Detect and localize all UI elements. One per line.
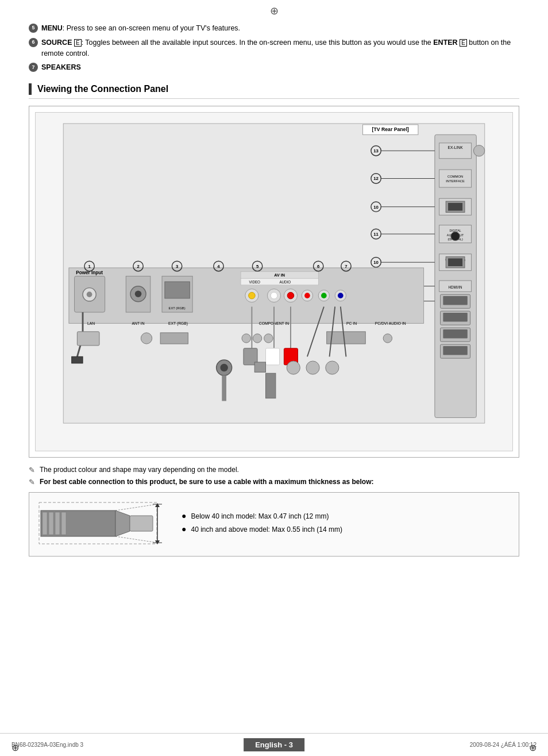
diagram-svg: [TV Rear Panel] EX-LINK COMMON INTERFACE… (36, 113, 512, 451)
section-title: Viewing the Connection Panel (37, 84, 168, 94)
svg-text:HDMI/IN: HDMI/IN (449, 285, 462, 289)
cable-thickness-box: ● Below 40 inch model: Max 0.47 inch (12… (29, 492, 519, 557)
page: ⊕ 5 MENU: Press to see an on-screen menu… (0, 0, 548, 756)
note-text-1: The product colour and shape may vary de… (40, 466, 239, 474)
intro-item-5: 5 MENU: Press to see an on-screen menu o… (29, 23, 519, 34)
svg-rect-64 (72, 356, 83, 363)
svg-rect-76 (165, 282, 190, 298)
cable-spec-text-2: 40 inch and above model: Max 0.55 inch (… (191, 524, 342, 535)
svg-point-100 (321, 293, 327, 298)
svg-point-6 (473, 145, 484, 156)
svg-text:2: 2 (137, 264, 139, 269)
note-1: ✎ The product colour and shape may vary … (29, 466, 519, 474)
svg-rect-138 (55, 512, 60, 535)
section-bar (29, 83, 32, 95)
svg-rect-22 (448, 258, 462, 266)
notes-section: ✎ The product colour and shape may vary … (29, 466, 519, 486)
svg-rect-33 (443, 329, 467, 338)
svg-text:12: 12 (373, 176, 379, 181)
svg-text:PC IN: PC IN (346, 321, 357, 325)
svg-point-88 (249, 292, 256, 299)
section-header: Viewing the Connection Panel (29, 83, 519, 99)
cable-diagram (38, 501, 170, 547)
svg-point-98 (304, 293, 310, 298)
svg-rect-30 (443, 313, 467, 321)
svg-text:5: 5 (256, 264, 259, 269)
cable-svg (38, 501, 170, 547)
intro-item-6: 6 SOURCE E: Toggles between all the avai… (29, 37, 519, 59)
svg-point-61 (87, 291, 92, 297)
svg-rect-109 (77, 332, 99, 346)
cable-spec-1: ● Below 40 inch model: Max 0.47 inch (12… (182, 511, 342, 522)
svg-line-147 (115, 504, 157, 511)
svg-rect-136 (43, 512, 47, 535)
svg-rect-36 (443, 346, 467, 355)
svg-rect-137 (49, 512, 53, 535)
svg-text:3: 3 (176, 264, 179, 269)
cable-spec-list: ● Below 40 inch model: Max 0.47 inch (12… (182, 511, 342, 538)
svg-text:LAN: LAN (87, 321, 95, 325)
svg-point-112 (242, 334, 250, 343)
svg-text:13: 13 (373, 148, 379, 153)
svg-text:EX-LINK: EX-LINK (447, 145, 463, 149)
footer: BN68-02329A-03Eng.indb 3 ⊕ ⊕ English - 3… (0, 733, 548, 756)
crosshair-top-icon: ⊕ (270, 5, 279, 17)
svg-text:AUDIO: AUDIO (279, 280, 291, 284)
svg-point-127 (220, 364, 228, 372)
svg-point-130 (306, 361, 319, 374)
svg-point-129 (287, 361, 300, 374)
svg-text:10: 10 (373, 205, 379, 210)
svg-rect-13 (448, 203, 462, 211)
footer-left: BN68-02329A-03Eng.indb 3 (11, 742, 83, 748)
note-text-2: For best cable connection to this produc… (40, 478, 373, 486)
svg-text:EXT (RGB): EXT (RGB) (168, 321, 188, 326)
circle-7: 7 (29, 63, 38, 72)
svg-point-131 (326, 361, 339, 374)
crosshair-bottom-right-icon: ⊕ (529, 742, 537, 753)
svg-text:AV IN: AV IN (274, 273, 285, 278)
svg-rect-139 (61, 512, 66, 535)
svg-text:COMMON: COMMON (447, 175, 463, 178)
svg-text:EXT (RGB): EXT (RGB) (169, 306, 186, 310)
svg-point-92 (287, 292, 294, 299)
intro-text-5: MENU: Press to see an on-screen menu of … (41, 23, 240, 34)
note-icon-2: ✎ (29, 478, 35, 486)
svg-point-102 (338, 293, 344, 298)
svg-point-116 (383, 334, 392, 343)
intro-text-7: SPEAKERS (41, 62, 81, 73)
svg-rect-128 (254, 362, 265, 372)
svg-text:11: 11 (373, 232, 379, 237)
intro-item-7: 7 SPEAKERS (29, 62, 519, 73)
svg-point-18 (451, 232, 460, 240)
svg-point-90 (271, 292, 277, 299)
svg-line-148 (115, 536, 157, 543)
svg-rect-27 (443, 296, 467, 305)
svg-rect-141 (130, 516, 153, 531)
cable-spec-2: ● 40 inch and above model: Max 0.55 inch… (182, 524, 342, 535)
svg-text:[TV Rear Panel]: [TV Rear Panel] (372, 126, 409, 132)
svg-rect-133 (266, 373, 276, 398)
crosshair-bottom-left-icon: ⊕ (11, 742, 19, 753)
svg-text:6: 6 (317, 264, 320, 269)
svg-text:1: 1 (88, 264, 91, 269)
intro-text-6: SOURCE E: Toggles between all the availa… (41, 37, 519, 59)
diagram-box: [TV Rear Panel] EX-LINK COMMON INTERFACE… (29, 106, 519, 458)
svg-text:ANT IN: ANT IN (132, 321, 145, 325)
footer-right: 2009-08-24 ¿ÁÉÁ 1:00:12 (470, 742, 537, 748)
svg-point-113 (253, 334, 261, 343)
svg-rect-111 (160, 333, 188, 344)
note-2: ✎ For best cable connection to this prod… (29, 478, 519, 486)
circle-5: 5 (29, 24, 38, 33)
svg-point-72 (135, 290, 142, 297)
intro-section: 5 MENU: Press to see an on-screen menu o… (29, 23, 519, 73)
svg-text:PC/DVI AUDIO IN: PC/DVI AUDIO IN (375, 321, 406, 325)
note-icon-1: ✎ (29, 466, 35, 474)
svg-text:7: 7 (345, 264, 347, 269)
svg-point-110 (141, 333, 152, 344)
svg-text:INTERFACE: INTERFACE (446, 179, 465, 183)
svg-marker-143 (155, 503, 160, 507)
svg-point-114 (264, 334, 273, 343)
svg-marker-140 (115, 511, 130, 536)
circle-6: 6 (29, 38, 38, 47)
svg-rect-7 (439, 170, 472, 187)
